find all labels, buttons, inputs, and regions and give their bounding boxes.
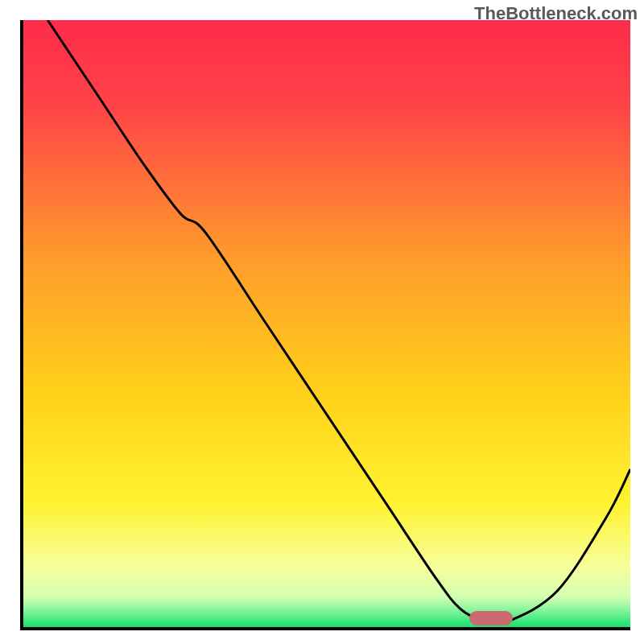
watermark-text: TheBottleneck.com <box>474 3 638 24</box>
chart-container: TheBottleneck.com <box>0 0 644 644</box>
optimal-marker <box>469 611 513 625</box>
bottleneck-curve <box>23 20 630 627</box>
plot-area <box>20 20 630 630</box>
